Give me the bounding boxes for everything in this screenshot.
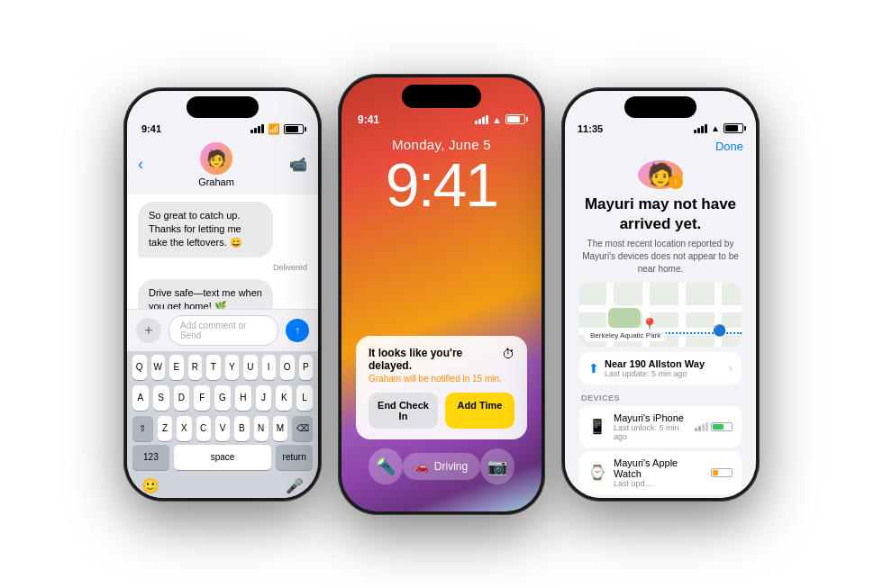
navigation-icon: ⬆ [588,361,599,375]
status-time-1: 9:41 [141,123,161,134]
device-row-watch: ⌚ Mayuri's Apple Watch Last upd… [579,451,742,494]
message-bubble-2: Drive safe—text me when you get home! 🌿 [138,279,273,309]
add-time-button[interactable]: Add Time [445,393,514,429]
key-space[interactable]: space [174,445,272,470]
message-input[interactable]: Add comment or Send [168,315,278,346]
watch-info: Mayuri's Apple Watch Last upd… [614,457,704,488]
key-s[interactable]: S [153,385,169,411]
delivered-label: Delivered [138,263,307,272]
key-backspace[interactable]: ⌫ [292,416,313,441]
key-t[interactable]: T [206,355,221,380]
lock-time: 9:41 [341,154,542,215]
key-v[interactable]: V [215,416,230,441]
key-shift[interactable]: ⇧ [132,416,153,441]
devices-section: DEVICES 📱 Mayuri's iPhone Last unlock: 5… [579,390,742,498]
key-k[interactable]: K [276,385,292,411]
wifi-icon-3: ▲ [711,123,720,133]
message-bubble-1: So great to catch up. Thanks for letting… [138,202,273,258]
chevron-right-icon: › [729,362,733,375]
phone-lockscreen: 9:41 ▲ Monda [338,74,545,515]
key-n[interactable]: N [254,416,269,441]
key-123[interactable]: 123 [132,445,169,470]
key-c[interactable]: C [196,416,211,441]
avatar: 🧑 [200,142,232,175]
alert-header: Done [565,140,756,160]
key-m[interactable]: M [273,416,287,441]
camera-button[interactable]: 📷 [480,448,514,484]
delay-subtitle: Graham will be notified in 15 min. [369,374,514,384]
iphone-name: Mayuri's iPhone [614,412,687,423]
battery-icon-1 [284,124,304,134]
device-row-iphone: 📱 Mayuri's iPhone Last unlock: 5 min ago [579,406,742,448]
end-check-in-button[interactable]: End Check In [369,393,438,429]
dynamic-island-left [187,96,259,118]
key-q[interactable]: Q [132,355,147,380]
devices-header-label: DEVICES [579,390,742,406]
iphone-sub: Last unlock: 5 min ago [614,423,687,441]
plus-button[interactable]: + [136,318,161,343]
iphone-battery [695,422,733,431]
keyboard-row-1: Q W E R T Y U I O P [127,351,318,382]
location-details: Near 190 Allston Way Last update: 5 min … [605,358,724,378]
keyboard-row-2: A S D F G H J K L [127,382,318,412]
flashlight-button[interactable]: 🔦 [369,448,403,484]
key-h[interactable]: H [235,385,251,411]
key-return[interactable]: return [276,445,313,470]
delay-card: It looks like you're delayed. ⏱ Graham w… [356,336,527,439]
key-g[interactable]: G [214,385,231,411]
key-u[interactable]: U [243,355,258,380]
lock-date: Monday, June 5 [341,137,542,152]
watch-name: Mayuri's Apple Watch [614,457,704,479]
mic-icon[interactable]: 🎤 [286,477,304,494]
key-z[interactable]: Z [158,416,172,441]
send-button[interactable]: ↑ [286,319,309,342]
message-input-bar: + Add comment or Send ↑ [127,309,318,351]
lock-screen: 9:41 ▲ Monda [341,77,542,511]
key-o[interactable]: O [280,355,295,380]
dynamic-island-center [402,85,481,108]
watch-battery [711,468,733,477]
key-p[interactable]: P [299,355,314,380]
key-x[interactable]: X [177,416,191,441]
iphone-icon: 📱 [588,418,606,435]
iphone-info: Mayuri's iPhone Last unlock: 5 min ago [614,412,687,441]
done-button[interactable]: Done [715,140,743,153]
keyboard-row-3: ⇧ Z X C V B N M ⌫ [127,412,318,443]
keyboard-row-4: 123 space return [127,443,318,474]
key-d[interactable]: D [174,385,190,411]
video-call-button[interactable]: 📹 [289,156,307,173]
key-b[interactable]: B [234,416,249,441]
page-container: 9:41 📶 ‹ [105,56,778,533]
person-avatar: 🧑 ! [638,160,683,189]
watch-sub: Last upd… [614,479,704,488]
key-l[interactable]: L [296,385,313,411]
status-time-2: 9:41 [358,113,379,126]
contact-info[interactable]: 🧑 Graham [198,142,234,187]
key-r[interactable]: R [188,355,203,380]
key-e[interactable]: E [169,355,184,380]
alert-subtitle: The most recent location reported by May… [579,238,742,276]
map-pin-current: 🔵 [713,324,726,337]
watch-icon: ⌚ [588,464,606,481]
delay-emoji: ⏱ [502,347,514,361]
driving-mode-button[interactable]: 🚗 Driving [403,453,480,480]
key-y[interactable]: Y [225,355,240,380]
wifi-icon-2: ▲ [492,114,502,125]
key-i[interactable]: I [262,355,277,380]
messages-content: So great to catch up. Thanks for letting… [127,194,318,309]
alert-title: Mayuri may not have arrived yet. [579,194,742,234]
wifi-icon-1: 📶 [268,123,280,135]
lock-bottom-bar: 🔦 🚗 Driving 📷 [341,448,542,484]
messages-screen: 9:41 📶 ‹ [127,91,318,498]
alert-screen: 11:35 ▲ Done [565,91,756,498]
battery-icon-3 [724,123,743,133]
phone-messages: 9:41 📶 ‹ [123,87,322,502]
emoji-icon[interactable]: 🙂 [141,477,159,494]
key-j[interactable]: J [256,385,272,411]
map-container: 📍 🔵 Berkeley Aquatic Park [579,283,742,347]
key-a[interactable]: A [132,385,149,411]
back-button[interactable]: ‹ [138,155,143,174]
key-f[interactable]: F [194,385,210,411]
key-w[interactable]: W [151,355,166,380]
location-row[interactable]: ⬆ Near 190 Allston Way Last update: 5 mi… [579,352,742,384]
